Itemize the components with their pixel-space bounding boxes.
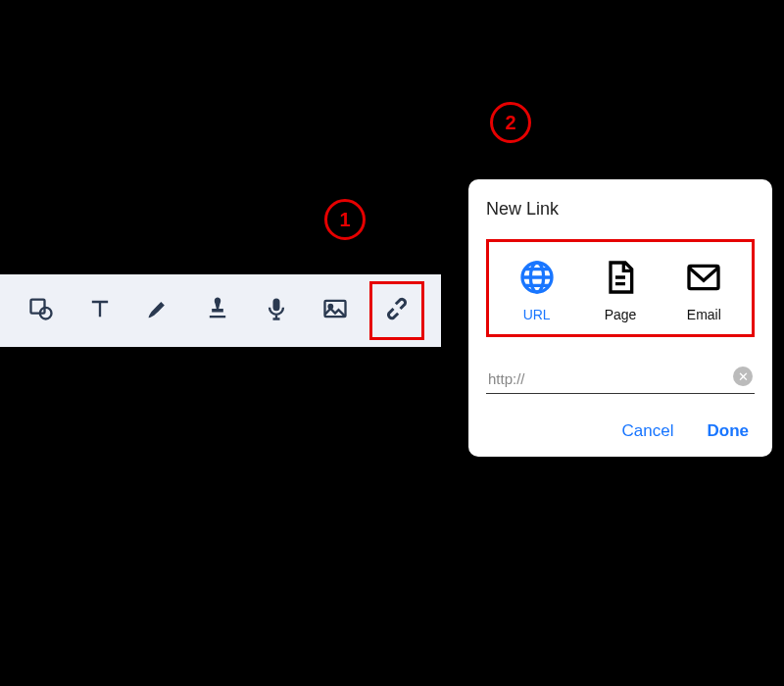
image-icon	[321, 295, 349, 326]
pen-icon	[145, 295, 172, 326]
text-tool-button[interactable]	[75, 284, 124, 337]
link-icon	[383, 295, 411, 326]
close-icon: ✕	[738, 369, 749, 384]
link-tool-button[interactable]	[369, 281, 424, 340]
url-input[interactable]	[486, 365, 755, 394]
stamp-tool-button[interactable]	[193, 284, 242, 337]
mic-tool-button[interactable]	[252, 284, 301, 337]
svg-rect-3	[273, 299, 280, 312]
step-badge-2-label: 2	[505, 112, 515, 134]
link-type-email-label: Email	[687, 307, 721, 322]
new-link-dialog: New Link URL Page	[468, 179, 772, 457]
globe-icon	[515, 256, 559, 299]
step-badge-2: 2	[490, 102, 531, 143]
done-button[interactable]: Done	[708, 421, 750, 441]
svg-rect-0	[31, 300, 45, 314]
image-tool-button[interactable]	[311, 284, 360, 337]
stamp-icon	[204, 295, 231, 326]
link-type-selector: URL Page Email	[486, 239, 755, 337]
svg-rect-2	[210, 316, 225, 318]
email-icon	[682, 256, 725, 299]
link-type-page-label: Page	[605, 307, 637, 322]
link-type-url[interactable]: URL	[498, 256, 576, 322]
annotation-toolbar	[0, 274, 441, 347]
shape-icon	[27, 295, 55, 326]
url-field: ✕	[486, 365, 755, 394]
step-badge-1: 1	[324, 199, 366, 240]
page-icon	[599, 256, 642, 299]
pen-tool-button[interactable]	[134, 284, 183, 337]
link-type-email[interactable]: Email	[664, 256, 743, 322]
dialog-title: New Link	[486, 199, 755, 220]
link-type-page[interactable]: Page	[581, 256, 660, 322]
dialog-actions: Cancel Done	[486, 421, 755, 441]
shape-tool-button[interactable]	[17, 284, 66, 337]
clear-input-button[interactable]: ✕	[733, 367, 753, 386]
text-icon	[86, 295, 114, 326]
microphone-icon	[263, 295, 290, 326]
step-badge-1-label: 1	[339, 209, 350, 231]
cancel-button[interactable]: Cancel	[622, 421, 674, 441]
link-type-url-label: URL	[523, 307, 551, 322]
